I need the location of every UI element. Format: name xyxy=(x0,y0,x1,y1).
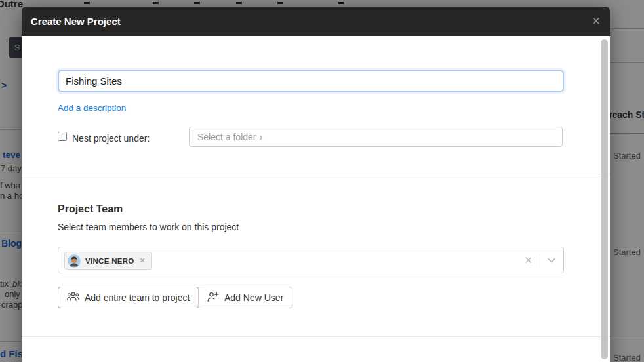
add-user-icon xyxy=(207,292,219,304)
team-group-icon xyxy=(67,292,79,303)
nest-project-label: Nest project under: xyxy=(72,133,150,144)
section-divider xyxy=(22,174,610,174)
add-description-link[interactable]: Add a description xyxy=(58,103,126,113)
folder-placeholder: Select a folder xyxy=(197,132,256,142)
team-section-heading: Project Team xyxy=(58,203,123,215)
close-icon[interactable]: ✕ xyxy=(592,16,601,27)
project-name-input[interactable] xyxy=(58,70,564,92)
member-name: VINCE NERO xyxy=(85,257,134,265)
modal-title: Create New Project xyxy=(31,16,121,27)
team-member-select[interactable]: VINCE NERO ✕ ✕ xyxy=(58,247,564,273)
add-entire-team-button[interactable]: Add entire team to project xyxy=(58,287,199,308)
team-section-subheading: Select team members to work on this proj… xyxy=(58,222,239,232)
nest-project-checkbox[interactable] xyxy=(58,132,67,141)
select-controls: ✕ xyxy=(524,247,555,273)
select-separator xyxy=(540,253,540,268)
avatar xyxy=(68,254,81,268)
add-entire-team-label: Add entire team to project xyxy=(85,292,190,303)
modal-header: Create New Project ✕ xyxy=(22,7,610,36)
add-new-user-button[interactable]: Add New User xyxy=(198,287,292,308)
modal-scrollbar-thumb[interactable] xyxy=(601,39,608,359)
create-project-modal: Create New Project ✕ Add a description N… xyxy=(22,7,610,362)
screen: Outre S > teve 7 day f wha n a ho Blog t… xyxy=(0,0,644,362)
chevron-right-icon: › xyxy=(260,132,263,142)
add-new-user-label: Add New User xyxy=(224,292,283,303)
folder-select[interactable]: Select a folder › xyxy=(189,127,563,147)
footer-divider xyxy=(22,336,610,337)
chevron-down-icon[interactable] xyxy=(548,258,555,263)
remove-member-icon[interactable]: ✕ xyxy=(140,256,146,265)
member-chip[interactable]: VINCE NERO ✕ xyxy=(64,252,152,270)
clear-selection-icon[interactable]: ✕ xyxy=(524,254,533,266)
